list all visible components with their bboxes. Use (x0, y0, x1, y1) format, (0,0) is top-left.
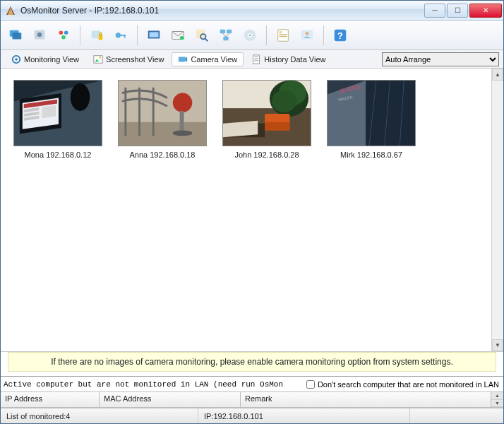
camera-grid: Mona 192.168.0.12 (1, 69, 491, 351)
document-icon (251, 54, 261, 64)
monitor-icon (11, 54, 21, 64)
svg-line-21 (205, 38, 208, 41)
toolbar-separator (323, 25, 324, 45)
image-icon (93, 54, 103, 64)
info-message: If there are no images of camera monitor… (8, 352, 496, 372)
tab-camera[interactable]: Camera View (172, 52, 244, 66)
svg-point-71 (272, 90, 296, 112)
toolbar-person-icon[interactable] (296, 25, 318, 46)
svg-point-42 (99, 57, 101, 59)
toolbar-screen-icon[interactable] (143, 25, 164, 46)
camera-caption: John 192.168.0.28 (234, 151, 299, 159)
toolbar-monitor-icon[interactable] (5, 25, 26, 46)
table-header: IP Address MAC Address Remark ▲ ▼ (1, 392, 503, 408)
column-ip[interactable]: IP Address (1, 392, 100, 407)
checkbox-wrap: Don't search computer that are not monit… (302, 380, 503, 389)
svg-point-39 (15, 58, 18, 61)
toolbar-lock-icon[interactable] (86, 25, 107, 46)
svg-point-18 (180, 35, 184, 39)
svg-rect-45 (253, 54, 260, 63)
svg-rect-22 (220, 29, 225, 33)
svg-rect-30 (278, 29, 289, 41)
minimize-button[interactable]: ─ (424, 4, 445, 18)
camera-icon (178, 54, 188, 64)
maximize-button[interactable]: ☐ (447, 4, 468, 18)
svg-point-12 (116, 33, 121, 37)
svg-rect-31 (280, 31, 282, 33)
camera-item[interactable]: 海马汽车 MAZDA Mirk 192.168.0.67 (327, 80, 416, 340)
svg-point-58 (71, 83, 90, 111)
svg-point-5 (37, 32, 42, 36)
tab-label: Monitoring View (24, 55, 79, 64)
filter-input[interactable] (1, 377, 302, 391)
svg-rect-57 (42, 105, 56, 118)
toolbar-report-icon[interactable] (272, 25, 294, 46)
svg-line-26 (226, 33, 229, 37)
column-mac[interactable]: MAC Address (100, 392, 241, 407)
statusbar: List of monitored:4 IP:192.168.0.101 (1, 408, 503, 423)
column-remark[interactable]: Remark (241, 392, 491, 407)
content-area: Mona 192.168.0.12 (1, 69, 503, 352)
svg-point-29 (249, 34, 251, 35)
svg-rect-3 (12, 33, 21, 39)
tab-history[interactable]: History Data View (245, 52, 332, 66)
svg-line-25 (222, 33, 226, 37)
svg-point-7 (64, 30, 68, 35)
toolbar-search-icon[interactable] (191, 25, 212, 46)
svg-rect-43 (179, 57, 186, 61)
toolbar-network-icon[interactable] (215, 25, 236, 46)
svg-rect-32 (280, 34, 287, 35)
toolbar-separator (137, 25, 138, 45)
svg-rect-23 (227, 29, 232, 33)
scroll-up-icon[interactable]: ▲ (491, 392, 503, 400)
window-controls: ─ ☐ ✕ (423, 4, 502, 18)
titlebar: OsMonitor Server - IP:192.168.0.101 ─ ☐ … (1, 1, 503, 20)
camera-item[interactable]: Mona 192.168.0.12 (13, 80, 102, 340)
status-monitored-count: List of monitored:4 (1, 408, 198, 423)
scroll-down-icon[interactable]: ▼ (492, 339, 503, 351)
app-window: OsMonitor Server - IP:192.168.0.101 ─ ☐ … (0, 0, 504, 424)
table-scroll[interactable]: ▲ ▼ (491, 392, 503, 407)
svg-point-66 (173, 130, 193, 136)
toolbar: ? (1, 20, 503, 50)
toolbar-disc-icon[interactable] (239, 25, 260, 46)
arrange-select[interactable]: Auto Arrange (382, 52, 499, 66)
camera-item[interactable]: Anna 192.168.0.18 (118, 80, 207, 340)
svg-rect-24 (223, 36, 228, 40)
toolbar-help-icon[interactable]: ? (330, 25, 351, 46)
tab-label: History Data View (264, 55, 325, 64)
status-ip: IP:192.168.0.101 (198, 408, 410, 423)
status-spacer (410, 408, 503, 423)
camera-caption: Mirk 192.168.0.67 (340, 151, 402, 159)
scroll-up-icon[interactable]: ▲ (492, 69, 503, 81)
svg-marker-75 (223, 121, 258, 137)
toolbar-separator (266, 25, 267, 45)
camera-thumbnail: 海马汽车 MAZDA (327, 80, 416, 146)
dont-search-checkbox[interactable] (306, 380, 315, 389)
window-title: OsMonitor Server - IP:192.168.0.101 (20, 6, 423, 16)
svg-text:?: ? (337, 30, 343, 40)
camera-thumbnail (222, 80, 311, 146)
toolbar-users-icon[interactable] (53, 25, 74, 46)
close-button[interactable]: ✕ (469, 4, 502, 18)
svg-point-64 (173, 93, 193, 112)
camera-item[interactable]: John 192.168.0.28 (222, 80, 311, 340)
scroll-down-icon[interactable]: ▼ (491, 400, 503, 408)
svg-rect-40 (94, 55, 102, 63)
app-icon (5, 5, 16, 16)
scroll-track[interactable] (492, 81, 503, 339)
camera-caption: Mona 192.168.0.12 (25, 151, 92, 159)
vertical-scrollbar[interactable]: ▲ ▼ (491, 69, 503, 351)
svg-rect-73 (265, 122, 289, 131)
toolbar-settings-icon[interactable] (29, 25, 50, 46)
filter-row: Don't search computer that are not monit… (1, 377, 503, 392)
tab-label: Screenshot View (106, 55, 164, 64)
camera-thumbnail (13, 80, 102, 146)
tab-screenshot[interactable]: Screenshot View (87, 52, 170, 66)
svg-rect-60 (119, 122, 206, 146)
svg-rect-33 (280, 35, 287, 36)
toolbar-mail-icon[interactable] (167, 25, 188, 46)
tab-monitoring[interactable]: Monitoring View (5, 52, 85, 66)
view-tabs: Monitoring View Screenshot View Camera V… (1, 50, 503, 69)
toolbar-key-icon[interactable] (110, 25, 131, 46)
